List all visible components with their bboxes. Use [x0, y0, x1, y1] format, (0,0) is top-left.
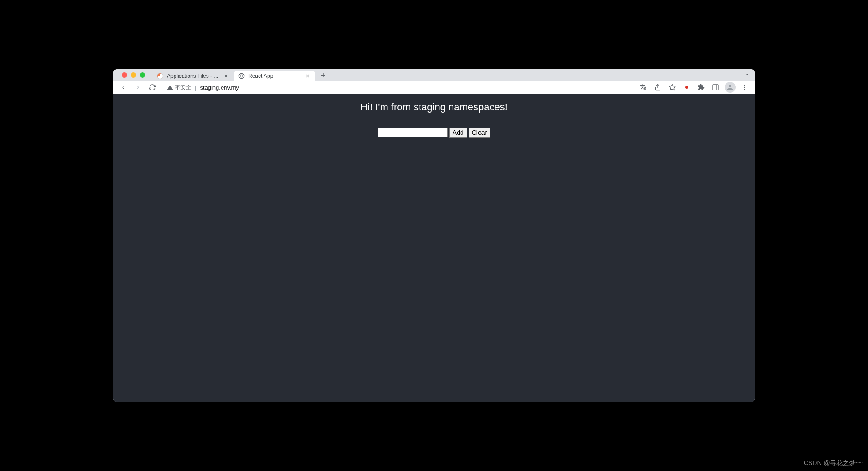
- profile-button[interactable]: [724, 81, 736, 94]
- text-input[interactable]: [378, 128, 448, 137]
- menu-button[interactable]: [738, 81, 751, 94]
- extensions-button[interactable]: [695, 81, 708, 94]
- address-bar[interactable]: 不安全 | staging.env.my: [162, 82, 633, 92]
- browser-window: Applications Tiles - Argo CD × React App…: [113, 69, 755, 402]
- tab-react-app[interactable]: React App ×: [234, 71, 315, 81]
- close-tab-button[interactable]: ×: [304, 73, 311, 79]
- back-button[interactable]: [117, 81, 130, 94]
- security-label: 不安全: [175, 84, 191, 91]
- forward-button[interactable]: [132, 81, 144, 94]
- globe-favicon-icon: [238, 73, 245, 79]
- tabs-container: Applications Tiles - Argo CD × React App…: [152, 69, 330, 81]
- page-heading: Hi! I'm from staging namespaces!: [360, 101, 508, 113]
- clear-button[interactable]: Clear: [469, 128, 490, 138]
- watermark: CSDN @寻花之梦~~: [804, 459, 863, 467]
- security-indicator[interactable]: 不安全: [167, 84, 191, 91]
- tabs-dropdown-button[interactable]: [745, 72, 750, 79]
- argocd-favicon-icon: [157, 73, 163, 79]
- close-tab-button[interactable]: ×: [223, 73, 229, 79]
- side-panel-button[interactable]: [709, 81, 722, 94]
- toolbar: 不安全 | staging.env.my: [113, 81, 755, 94]
- translate-button[interactable]: [637, 81, 650, 94]
- add-button[interactable]: Add: [449, 128, 467, 138]
- reload-button[interactable]: [146, 81, 159, 94]
- new-tab-button[interactable]: +: [317, 71, 330, 81]
- tab-argocd[interactable]: Applications Tiles - Argo CD ×: [152, 71, 234, 81]
- share-button[interactable]: [651, 81, 664, 94]
- svg-point-4: [744, 87, 745, 88]
- tab-title: React App: [248, 73, 301, 79]
- tab-bar: Applications Tiles - Argo CD × React App…: [113, 69, 755, 81]
- url-text: staging.env.my: [200, 84, 239, 91]
- maximize-window-button[interactable]: [140, 72, 145, 78]
- svg-point-3: [744, 85, 745, 86]
- notification-icon[interactable]: [680, 81, 693, 94]
- toolbar-actions: [637, 81, 751, 94]
- tab-title: Applications Tiles - Argo CD: [167, 73, 219, 79]
- window-controls: [118, 69, 149, 81]
- divider: |: [195, 84, 196, 91]
- svg-rect-1: [713, 85, 718, 90]
- close-window-button[interactable]: [122, 72, 127, 78]
- page-content: Hi! I'm from staging namespaces! Add Cle…: [113, 94, 755, 402]
- form-area: Add Clear: [378, 128, 490, 138]
- svg-point-5: [744, 89, 745, 90]
- warning-icon: [167, 84, 173, 90]
- bookmark-button[interactable]: [666, 81, 679, 94]
- minimize-window-button[interactable]: [131, 72, 136, 78]
